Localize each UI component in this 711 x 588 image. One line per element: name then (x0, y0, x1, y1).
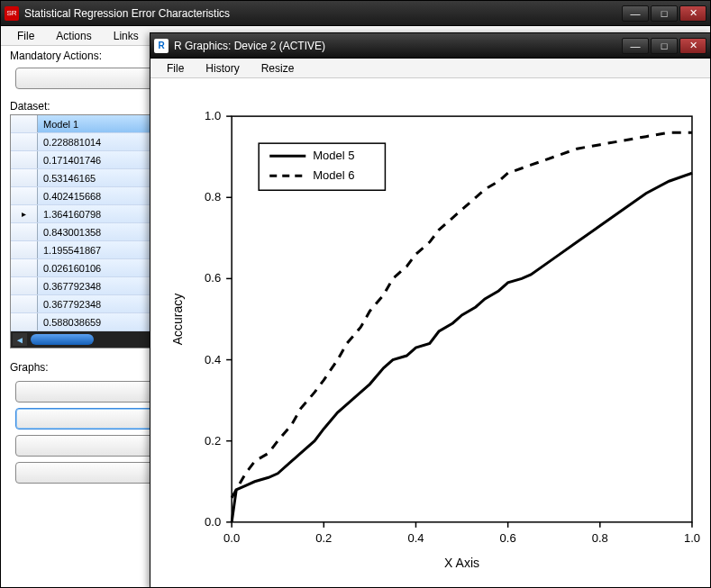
legend-entry: Model 6 (313, 168, 354, 182)
svg-text:0.8: 0.8 (592, 531, 608, 545)
scroll-thumb[interactable] (31, 334, 94, 345)
minimize-button[interactable]: — (622, 5, 649, 22)
r-minimize-button[interactable]: — (622, 38, 649, 54)
svg-text:0.0: 0.0 (223, 531, 240, 545)
corner-cell (11, 115, 38, 132)
legend-entry: Model 5 (313, 149, 354, 162)
r-maximize-button[interactable]: □ (651, 38, 678, 54)
row-header (11, 223, 38, 240)
menu-actions[interactable]: Actions (47, 28, 100, 44)
scroll-left-icon[interactable]: ◄ (13, 333, 27, 346)
svg-text:0.4: 0.4 (205, 353, 221, 366)
svg-text:X Axis: X Axis (444, 556, 479, 570)
svg-text:1.0: 1.0 (205, 109, 221, 122)
r-titlebar[interactable]: R R Graphics: Device 2 (ACTIVE) — □ ✕ (150, 33, 710, 59)
main-title: Statistical Regression Error Characteris… (24, 7, 622, 20)
row-header (11, 313, 38, 330)
row-header (11, 169, 38, 186)
series-model-5 (232, 173, 692, 522)
svg-text:0.4: 0.4 (407, 531, 424, 545)
row-header: ▸ (11, 205, 38, 222)
svg-text:0.2: 0.2 (205, 434, 221, 448)
svg-text:0.8: 0.8 (205, 190, 221, 204)
r-close-button[interactable]: ✕ (679, 38, 706, 54)
chart: 0.00.20.40.60.81.00.00.20.40.60.81.0X Ax… (150, 78, 710, 587)
row-header (11, 259, 38, 276)
row-header (11, 187, 38, 204)
svg-text:Accuracy: Accuracy (170, 294, 185, 346)
close-button[interactable]: ✕ (679, 5, 706, 22)
r-menu-history[interactable]: History (196, 60, 248, 77)
r-graphics-window: R R Graphics: Device 2 (ACTIVE) — □ ✕ Fi… (150, 32, 711, 588)
menu-links[interactable]: Links (105, 28, 148, 44)
r-icon: R (154, 39, 169, 53)
row-header (11, 133, 38, 150)
maximize-button[interactable]: □ (651, 5, 678, 22)
menu-file[interactable]: File (8, 28, 43, 44)
r-menu-resize[interactable]: Resize (252, 60, 304, 77)
plot-area: 0.00.20.40.60.81.00.00.20.40.60.81.0X Ax… (150, 78, 710, 587)
row-header (11, 151, 38, 168)
r-menu-file[interactable]: File (158, 60, 193, 77)
row-header (11, 295, 38, 312)
r-title: R Graphics: Device 2 (ACTIVE) (174, 40, 622, 52)
r-menubar: File History Resize (150, 59, 710, 78)
svg-text:0.2: 0.2 (315, 531, 332, 545)
main-titlebar[interactable]: SR Statistical Regression Error Characte… (1, 1, 710, 26)
app-icon: SR (5, 6, 19, 21)
svg-text:0.6: 0.6 (500, 531, 516, 545)
svg-text:0.0: 0.0 (205, 515, 221, 529)
svg-text:1.0: 1.0 (684, 531, 700, 545)
row-header (11, 241, 38, 258)
svg-text:0.6: 0.6 (205, 271, 221, 285)
row-header (11, 277, 38, 294)
